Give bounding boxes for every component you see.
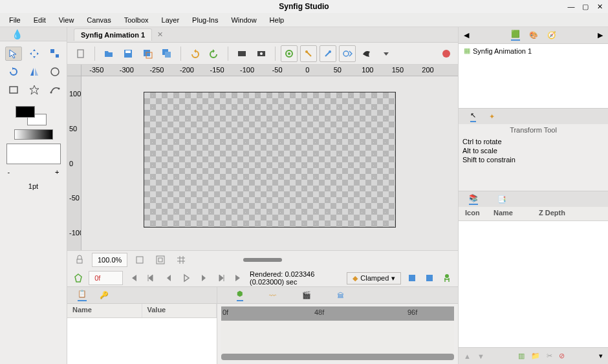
seek-next-kf-icon[interactable]	[215, 270, 228, 286]
canvas-tab[interactable]: Synfig Animation 1	[74, 28, 152, 41]
timeline-scrollbar[interactable]	[221, 354, 454, 360]
history-tab-icon[interactable]: 🎬	[302, 291, 311, 299]
layers-col-value[interactable]: Value	[142, 304, 217, 317]
lower-icon[interactable]: ▼	[477, 352, 484, 360]
color-swatches[interactable]	[16, 106, 47, 125]
brush-preview[interactable]	[6, 144, 61, 164]
layers-col-name[interactable]: Name	[67, 304, 142, 317]
play-icon[interactable]	[179, 270, 193, 286]
frame-input[interactable]: 0f	[89, 271, 122, 285]
library-tab-icon[interactable]: 🏛	[337, 292, 344, 299]
transform-tool[interactable]	[5, 47, 22, 61]
seek-first-icon[interactable]	[127, 270, 140, 286]
canvas-viewport[interactable]	[81, 76, 458, 250]
spline-tool[interactable]	[47, 83, 63, 97]
params-tab-icon[interactable]: 🔑	[100, 291, 109, 299]
seek-next-icon[interactable]	[197, 270, 210, 286]
menu-dropdown-icon[interactable]: ▾	[599, 352, 603, 360]
minimize-button[interactable]: —	[567, 3, 576, 11]
seek-prev-kf-icon[interactable]	[144, 270, 158, 286]
fill-color[interactable]	[16, 106, 35, 118]
delete-icon[interactable]: ⊘	[559, 352, 565, 360]
interpolation-dropdown[interactable]: ◆ Clamped ▾	[347, 272, 401, 284]
toolbox-tab[interactable]: 💧	[0, 27, 67, 41]
timebar-marker-icon[interactable]	[71, 270, 85, 286]
tool-options-tab-icon[interactable]: ↖	[470, 111, 476, 122]
canvas-browser-list[interactable]: ▦ Synfig Animation 1	[459, 44, 608, 109]
layers-tab-icon[interactable]: 📋	[78, 290, 87, 301]
maximize-button[interactable]: ▢	[581, 3, 590, 11]
decrease-button[interactable]: -	[8, 168, 10, 176]
new-icon[interactable]	[72, 45, 89, 62]
stroke-width[interactable]: 1pt	[8, 180, 60, 193]
canvas-browser-tab-icon[interactable]: 🟩	[511, 30, 520, 41]
timetrack-tab-icon[interactable]: ⬢	[237, 290, 243, 301]
drag-handle[interactable]	[243, 258, 282, 262]
menu-plugins[interactable]: Plug-Ins	[186, 14, 224, 26]
mirror-tool[interactable]	[26, 65, 43, 79]
circle-tool[interactable]	[47, 65, 63, 79]
animate-mode-icon[interactable]	[440, 270, 454, 286]
menu-window[interactable]: Window	[224, 14, 263, 26]
menu-help[interactable]: Help	[263, 14, 291, 26]
keyframe-lock-icon[interactable]	[405, 270, 418, 286]
ruler-corner[interactable]	[67, 65, 81, 76]
render-icon[interactable]	[233, 45, 250, 62]
params-tab1-icon[interactable]: 📚	[469, 194, 478, 205]
params-col-zdepth[interactable]: Z Depth	[532, 207, 608, 220]
smooth-move-tool[interactable]	[26, 47, 43, 61]
rotate-tool[interactable]	[5, 65, 22, 79]
navigator-tab-icon[interactable]: 🧭	[547, 31, 556, 39]
params-col-icon[interactable]: Icon	[459, 207, 487, 220]
ruler-horizontal[interactable]: -350 -300 -250 -200 -150 -100 -50 0 50 1…	[81, 65, 458, 76]
palette-tab-icon[interactable]: 🎨	[529, 31, 538, 39]
onion-next-icon[interactable]	[320, 45, 336, 62]
open-icon[interactable]	[100, 45, 117, 62]
menu-toolbox[interactable]: Toolbox	[118, 14, 155, 26]
record-button[interactable]	[442, 50, 450, 58]
scale-tool[interactable]	[47, 47, 63, 61]
params-col-name[interactable]: Name	[487, 207, 532, 220]
star-tool[interactable]	[26, 83, 43, 97]
tool-options-tab2-icon[interactable]: ✦	[489, 112, 495, 121]
zoom-100-icon[interactable]	[152, 252, 169, 268]
menu-canvas[interactable]: Canvas	[80, 14, 117, 26]
menu-layer[interactable]: Layer	[155, 14, 186, 26]
grid-icon[interactable]	[173, 252, 190, 268]
keyframe-lock2-icon[interactable]	[423, 270, 437, 286]
params-tab2-icon[interactable]: 📑	[497, 195, 506, 204]
menu-view[interactable]: View	[52, 14, 81, 26]
ruler-vertical[interactable]: 100 50 0 -50 -100	[67, 76, 81, 250]
close-button[interactable]: ✕	[595, 3, 604, 11]
saveas-icon[interactable]	[139, 45, 156, 62]
new-layer-icon[interactable]: ▥	[518, 352, 525, 360]
preview-icon[interactable]	[253, 45, 270, 62]
onion-active-icon[interactable]	[281, 45, 298, 62]
raise-icon[interactable]: ▲	[464, 352, 471, 360]
gradient-swatch[interactable]	[14, 129, 53, 140]
saveall-icon[interactable]	[158, 45, 175, 62]
close-tab-icon[interactable]: ✕	[157, 30, 163, 39]
menu-edit[interactable]: Edit	[27, 14, 52, 26]
cut-icon[interactable]: ✂	[547, 352, 552, 360]
increase-button[interactable]: +	[55, 168, 59, 176]
zoom-input[interactable]: 100.0%	[92, 253, 127, 267]
menu-file[interactable]: File	[3, 14, 27, 26]
onion-prev-icon[interactable]	[300, 45, 317, 62]
curves-tab-icon[interactable]: 〰	[269, 292, 276, 299]
seek-prev-icon[interactable]	[162, 270, 175, 286]
nav-right-icon[interactable]: ▶	[598, 31, 603, 39]
zoom-fit-icon[interactable]	[131, 252, 148, 268]
new-group-icon[interactable]: 📁	[531, 352, 540, 360]
lock-icon[interactable]	[71, 252, 88, 268]
redo-icon[interactable]	[206, 45, 223, 62]
onion-future-icon[interactable]	[339, 45, 356, 62]
bird-icon[interactable]	[358, 45, 375, 62]
canvas-list-item[interactable]: ▦ Synfig Animation 1	[464, 47, 603, 55]
nav-left-icon[interactable]: ◀	[464, 31, 469, 39]
undo-icon[interactable]	[186, 45, 203, 62]
seek-last-icon[interactable]	[232, 270, 246, 286]
timeline-ruler[interactable]: 0f 48f 96f	[221, 306, 454, 321]
timeline-body[interactable]	[221, 321, 454, 361]
rectangle-tool[interactable]	[5, 83, 22, 97]
